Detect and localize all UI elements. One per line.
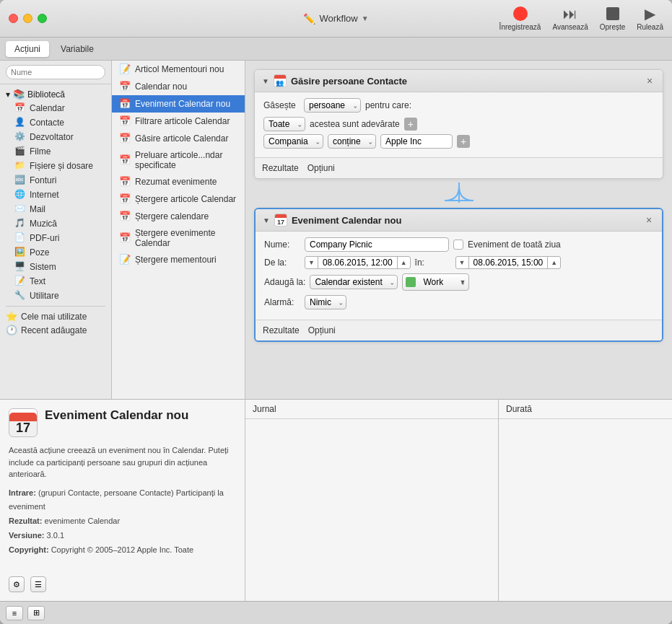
card-eveniment-close[interactable]: × xyxy=(643,214,655,226)
apple-value-input[interactable] xyxy=(380,134,453,149)
sidebar-item-internet[interactable]: 🌐 Internet xyxy=(0,188,111,202)
sidebar-item-cele-mai[interactable]: ⭐ Cele mai utilizate xyxy=(0,309,111,323)
work-select[interactable]: Work xyxy=(419,276,458,289)
middle-item-rezumat[interactable]: 📅 Rezumat evenimente xyxy=(112,173,245,190)
middle-item-eveniment[interactable]: 📅 Eveniment Calendar nou xyxy=(112,95,245,113)
sidebar-item-recent[interactable]: 🕐 Recent adăugate xyxy=(0,323,111,337)
tab-variabile[interactable]: Variabile xyxy=(52,41,102,57)
gasire-rezultate-tab[interactable]: Rezultate xyxy=(262,162,299,175)
sidebar-item-sistem[interactable]: 🖥️ Sistem xyxy=(0,260,111,274)
rezumat-icon: 📅 xyxy=(119,176,131,188)
duration-content xyxy=(499,419,672,601)
bottom-footer: ⚙ ☰ xyxy=(9,572,236,592)
eveniment-rezultate-tab[interactable]: Rezultate xyxy=(263,324,300,337)
titlebar: ✏️ Workflow ▼ Înregistrează ⏭ Avansează xyxy=(0,0,672,38)
toate-select[interactable]: Toate xyxy=(263,117,305,131)
middle-item-filtrare[interactable]: 📅 Filtrare articole Calendar xyxy=(112,113,245,130)
copyright-label: Copyright: xyxy=(9,545,49,554)
card-gasire-close[interactable]: × xyxy=(644,75,655,87)
play-button[interactable]: ▶ Rulează xyxy=(637,6,663,31)
bottom-tool-btn2[interactable]: ⊞ xyxy=(27,606,45,620)
add-condition-btn2[interactable]: + xyxy=(457,135,470,148)
middle-item-stergere-mementouri[interactable]: 📝 Ștergere mementouri xyxy=(112,251,245,268)
contine-select[interactable]: conține xyxy=(328,134,376,149)
versiune-label: Versiune: xyxy=(9,531,45,540)
sidebar-item-poze[interactable]: 🖼️ Poze xyxy=(0,245,111,260)
sidebar-item-dezvoltator[interactable]: ⚙️ Dezvoltator xyxy=(0,130,111,144)
card-gasire-persoane: ▼ 👥 Găsire persoane Contacte × Găsește xyxy=(254,69,663,179)
sidebar-item-fisiere[interactable]: 📁 Fișiere și dosare xyxy=(0,159,111,173)
contine-select-wrapper: conține xyxy=(328,134,376,149)
middle-item-preluare[interactable]: 📅 Preluare articole...ndar specificate xyxy=(112,147,245,173)
gasire-condition-row2: Compania conține + xyxy=(263,134,654,149)
sidebar-item-mail[interactable]: ✉️ Mail xyxy=(0,202,111,216)
sidebar-item-fonturi[interactable]: 🔤 Fonturi xyxy=(0,173,111,188)
alarma-select[interactable]: Nimic xyxy=(305,295,346,309)
calendar-nou-icon: 📅 xyxy=(119,81,131,92)
de-la-up[interactable]: ▲ xyxy=(398,259,410,266)
minimize-button[interactable] xyxy=(23,14,32,23)
bottom-list-btn[interactable]: ☰ xyxy=(30,576,46,592)
in-label: în: xyxy=(415,258,451,268)
tab-actiuni[interactable]: Acțiuni xyxy=(6,41,49,57)
gasire-optiuni-tab[interactable]: Opțiuni xyxy=(307,162,335,175)
sidebar-item-pdf[interactable]: 📄 PDF-uri xyxy=(0,231,111,245)
sidebar-item-text[interactable]: 📝 Text xyxy=(0,274,111,289)
stop-button[interactable]: Oprește xyxy=(600,6,626,31)
sidebar-item-filme[interactable]: 🎬 Filme xyxy=(0,144,111,159)
gaseste-select[interactable]: persoane xyxy=(304,98,361,113)
maximize-button[interactable] xyxy=(38,14,47,23)
sidebar: ▾ 📚 Bibliotecă 📅 Calendar 👤 Contacte ⚙️ … xyxy=(0,61,112,399)
middle-label-articol: Articol Mementouri nou xyxy=(135,64,224,74)
bottom-tool-btn1[interactable]: ≡ xyxy=(6,606,23,620)
middle-item-stergere-evenimente[interactable]: 📅 Ștergere evenimente Calendar xyxy=(112,225,245,251)
preluare-icon: 📅 xyxy=(119,154,131,166)
connector xyxy=(254,186,663,201)
card-gasire-collapse[interactable]: ▼ xyxy=(262,77,269,85)
sidebar-item-calendar[interactable]: 📅 Calendar xyxy=(0,101,111,115)
bottom-settings-btn[interactable]: ⚙ xyxy=(9,576,25,592)
search-input[interactable] xyxy=(6,65,105,79)
middle-label-preluare: Preluare articole...ndar specificate xyxy=(135,150,237,170)
calendar-existent-select[interactable]: Calendar existent xyxy=(310,275,398,289)
card-eveniment-collapse[interactable]: ▼ xyxy=(263,216,270,224)
stergere-calendare-icon: 📅 xyxy=(119,211,131,222)
in-down[interactable]: ▼ xyxy=(456,259,468,266)
middle-item-calendar-nou[interactable]: 📅 Calendar nou xyxy=(112,78,245,95)
text-icon: 📝 xyxy=(14,276,26,287)
sidebar-search-area xyxy=(0,61,111,84)
bottom-right: Jurnal Durată xyxy=(245,400,672,601)
pentru-care-text: pentru care: xyxy=(365,100,411,110)
close-button[interactable] xyxy=(9,14,18,23)
middle-label-filtrare: Filtrare articole Calendar xyxy=(135,116,230,126)
middle-item-stergere-articole[interactable]: 📅 Ștergere articole Calendar xyxy=(112,190,245,208)
bottom-action-header: 17 Eveniment Calendar nou xyxy=(9,408,236,437)
eveniment-optiuni-tab[interactable]: Opțiuni xyxy=(308,324,336,337)
gasire-row1: Găsește persoane pentru care: xyxy=(263,98,654,113)
log-header: Jurnal xyxy=(245,400,498,419)
sidebar-item-contacte[interactable]: 👤 Contacte xyxy=(0,115,111,130)
record-button[interactable]: Înregistrează xyxy=(499,6,541,31)
sidebar-label-filme: Filme xyxy=(30,146,51,157)
compania-select[interactable]: Compania xyxy=(263,134,323,149)
sidebar-item-muzica[interactable]: 🎵 Muzică xyxy=(0,216,111,231)
window-title-area: ✏️ Workflow ▼ xyxy=(303,13,368,25)
title-dropdown-icon[interactable]: ▼ xyxy=(362,14,369,22)
advance-button[interactable]: ⏭ Avansează xyxy=(552,6,588,31)
calendar-icon: 📅 xyxy=(14,102,26,114)
middle-item-articol[interactable]: 📝 Articol Mementouri nou xyxy=(112,61,245,78)
eveniment-ziua-checkbox[interactable] xyxy=(453,240,463,250)
chevron-down-icon: ▾ xyxy=(6,89,10,100)
sidebar-category-biblioteca[interactable]: ▾ 📚 Bibliotecă xyxy=(0,87,111,101)
middle-item-stergere-calendare[interactable]: 📅 Ștergere calendare xyxy=(112,208,245,225)
sidebar-item-utilitare[interactable]: 🔧 Utilitare xyxy=(0,289,111,303)
in-up[interactable]: ▲ xyxy=(548,259,560,266)
middle-item-gasire[interactable]: 📅 Găsire articole Calendar xyxy=(112,130,245,147)
add-condition-btn[interactable]: + xyxy=(404,118,417,131)
work-color-dot xyxy=(406,277,416,287)
de-la-down[interactable]: ▼ xyxy=(305,259,318,266)
nume-input[interactable] xyxy=(305,237,449,252)
gaseste-label: Găsește xyxy=(263,100,300,110)
articol-icon: 📝 xyxy=(119,63,131,75)
sidebar-label-mail: Mail xyxy=(30,204,45,214)
